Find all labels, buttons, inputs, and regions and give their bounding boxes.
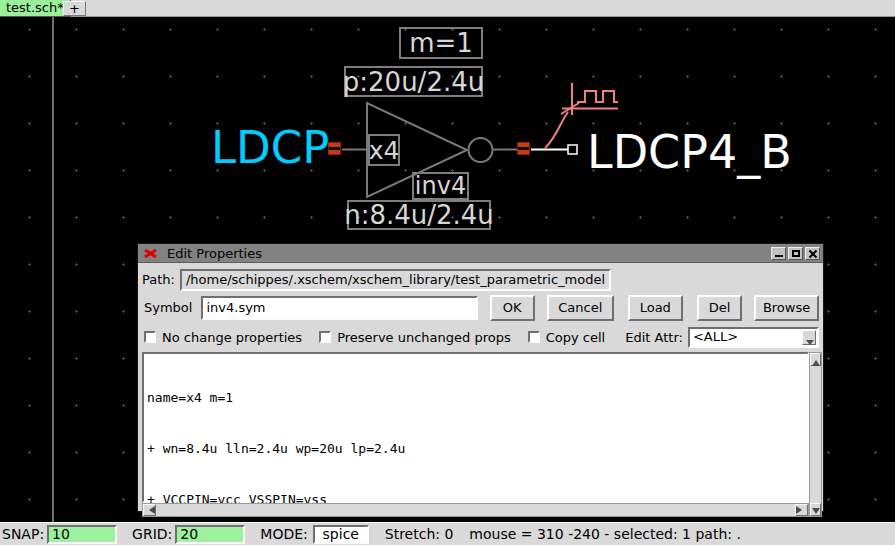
- path-label: Path:: [142, 272, 175, 287]
- copy-cell-checkbox[interactable]: [528, 331, 540, 343]
- tab-label: test.sch*: [6, 0, 64, 15]
- input-pin-square[interactable]: [328, 142, 341, 155]
- browse-button[interactable]: Browse: [754, 295, 819, 321]
- scroll-up-icon: [812, 356, 820, 366]
- output-pin-square[interactable]: [517, 142, 530, 155]
- param-label-p[interactable]: p:20u/2.4u: [344, 66, 483, 97]
- stretch-status: Stretch: 0: [385, 526, 454, 542]
- launcher-arc: [545, 112, 568, 148]
- net-terminal-square: [568, 145, 577, 154]
- tab-test-sch[interactable]: test.sch*: [0, 0, 71, 17]
- cancel-button[interactable]: Cancel: [547, 295, 614, 321]
- net-label-output[interactable]: LDCP4_B: [587, 129, 792, 175]
- no-change-properties-label: No change properties: [162, 330, 302, 345]
- param-label-n[interactable]: n:8.4u/2.4u: [347, 200, 491, 230]
- pulse-waveform-icon: [577, 91, 618, 102]
- snap-input[interactable]: 10: [47, 525, 117, 544]
- scroll-down-icon: [812, 508, 820, 518]
- minimize-button[interactable]: [771, 247, 786, 260]
- path-value: /home/schippes/.xschem/xschem_library/te…: [180, 269, 611, 291]
- net-label-input[interactable]: LDCP: [211, 125, 329, 170]
- maximize-button[interactable]: [788, 247, 803, 260]
- edit-attr-combobox[interactable]: <ALL>: [688, 327, 819, 348]
- horizontal-scrollbar[interactable]: [142, 503, 809, 517]
- scroll-right-button[interactable]: [795, 504, 808, 516]
- scroll-right-icon: [796, 506, 806, 514]
- edit-properties-dialog: Edit Properties Path: /home/schippes/.xs…: [137, 243, 824, 512]
- edit-attr-value: <ALL>: [693, 329, 738, 344]
- grid-label: GRID:: [132, 526, 172, 542]
- scroll-left-button[interactable]: [143, 504, 156, 516]
- properties-textarea[interactable]: name=x4 m=1 + wn=8.4u lln=2.4u wp=20u lp…: [142, 352, 809, 503]
- ok-button[interactable]: OK: [490, 295, 535, 321]
- snap-label: SNAP:: [2, 526, 44, 542]
- chevron-down-icon[interactable]: [802, 330, 816, 345]
- symbol-name-label[interactable]: inv4: [412, 172, 469, 200]
- output-net-wire[interactable]: [531, 145, 577, 154]
- inverter-bubble: [469, 138, 493, 162]
- grid-input[interactable]: 20: [175, 525, 245, 544]
- param-label-m[interactable]: m=1: [399, 27, 483, 59]
- mode-input[interactable]: spice: [313, 525, 369, 544]
- edit-attr-label: Edit Attr:: [625, 330, 683, 345]
- mode-label: MODE:: [260, 526, 307, 542]
- tab-bar: test.sch* +: [0, 0, 895, 17]
- symbol-input[interactable]: inv4.sym: [201, 296, 477, 320]
- textarea-line: name=x4 m=1: [147, 389, 807, 406]
- vertical-scrollbar[interactable]: [809, 352, 822, 517]
- copy-cell-label: Copy cell: [546, 330, 605, 345]
- no-change-properties-checkbox[interactable]: [144, 331, 156, 343]
- del-button[interactable]: Del: [697, 295, 742, 321]
- xschem-logo-icon: [143, 247, 158, 259]
- scroll-left-icon: [145, 506, 155, 514]
- preserve-unchanged-props-label: Preserve unchanged props: [337, 330, 511, 345]
- scroll-up-button[interactable]: [810, 353, 821, 366]
- scroll-down-button[interactable]: [810, 503, 821, 516]
- dialog-titlebar[interactable]: Edit Properties: [138, 244, 823, 263]
- mouse-info-status: mouse = 310 -240 - selected: 1 path: .: [469, 526, 741, 542]
- maximize-icon: [792, 250, 800, 257]
- preserve-unchanged-props-checkbox[interactable]: [319, 331, 331, 343]
- load-button[interactable]: Load: [628, 295, 683, 321]
- textarea-line: + wn=8.4u lln=2.4u wp=20u lp=2.4u: [147, 440, 807, 457]
- symbol-label: Symbol: [144, 300, 192, 315]
- status-bar: SNAP: 10 GRID: 20 MODE: spice Stretch: 0…: [0, 522, 895, 545]
- new-tab-button[interactable]: +: [63, 1, 86, 16]
- dialog-title: Edit Properties: [167, 246, 262, 261]
- minimize-icon: [775, 255, 783, 257]
- instance-mult-label[interactable]: x4: [368, 134, 400, 166]
- close-button[interactable]: [805, 247, 820, 260]
